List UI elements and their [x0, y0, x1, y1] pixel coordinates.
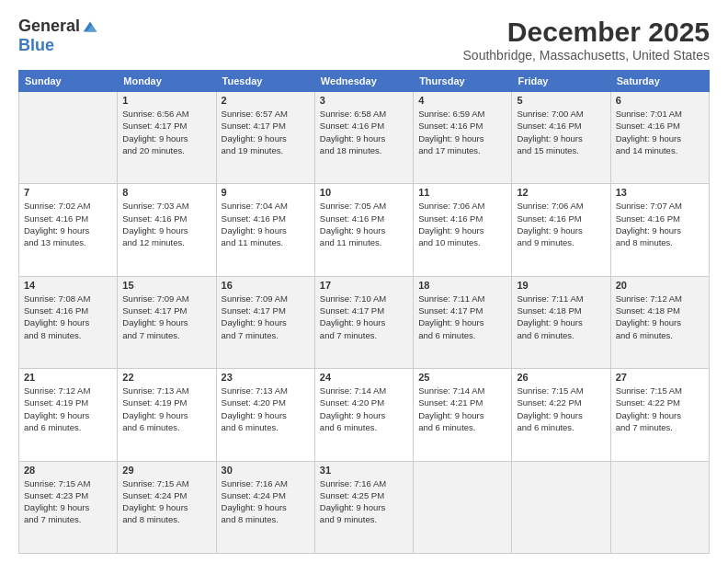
- day-number: 13: [616, 187, 704, 198]
- calendar-cell: 15Sunrise: 7:09 AM Sunset: 4:17 PM Dayli…: [118, 276, 216, 368]
- day-info: Sunrise: 7:15 AM Sunset: 4:22 PM Dayligh…: [517, 385, 605, 433]
- day-number: 11: [418, 187, 506, 198]
- calendar-cell: 30Sunrise: 7:16 AM Sunset: 4:24 PM Dayli…: [216, 461, 314, 553]
- calendar-cell: 17Sunrise: 7:10 AM Sunset: 4:17 PM Dayli…: [314, 276, 413, 368]
- calendar-cell: 11Sunrise: 7:06 AM Sunset: 4:16 PM Dayli…: [414, 184, 512, 276]
- calendar-cell: 27Sunrise: 7:15 AM Sunset: 4:22 PM Dayli…: [610, 369, 709, 461]
- day-info: Sunrise: 7:05 AM Sunset: 4:16 PM Dayligh…: [320, 200, 408, 248]
- day-number: 12: [517, 187, 605, 198]
- day-info: Sunrise: 7:15 AM Sunset: 4:23 PM Dayligh…: [24, 477, 112, 526]
- day-info: Sunrise: 7:02 AM Sunset: 4:16 PM Dayligh…: [24, 200, 112, 248]
- calendar-table: SundayMondayTuesdayWednesdayThursdayFrid…: [18, 70, 710, 554]
- day-info: Sunrise: 7:01 AM Sunset: 4:16 PM Dayligh…: [616, 108, 704, 156]
- logo-general: General: [18, 17, 80, 36]
- day-number: 24: [320, 372, 408, 383]
- calendar-cell: [414, 461, 512, 553]
- day-number: 16: [222, 280, 310, 291]
- calendar-week-row: 7Sunrise: 7:02 AM Sunset: 4:16 PM Daylig…: [19, 184, 710, 276]
- day-info: Sunrise: 7:10 AM Sunset: 4:17 PM Dayligh…: [320, 293, 408, 341]
- day-info: Sunrise: 7:13 AM Sunset: 4:19 PM Dayligh…: [122, 385, 210, 433]
- calendar-cell: 26Sunrise: 7:15 AM Sunset: 4:22 PM Dayli…: [512, 369, 610, 461]
- day-info: Sunrise: 7:11 AM Sunset: 4:18 PM Dayligh…: [517, 293, 605, 341]
- calendar-day-header: Sunday: [19, 71, 118, 92]
- day-number: 27: [616, 372, 704, 383]
- day-info: Sunrise: 6:58 AM Sunset: 4:16 PM Dayligh…: [320, 108, 408, 156]
- calendar-cell: 22Sunrise: 7:13 AM Sunset: 4:19 PM Dayli…: [118, 369, 216, 461]
- calendar-cell: 10Sunrise: 7:05 AM Sunset: 4:16 PM Dayli…: [314, 184, 413, 276]
- day-number: 30: [222, 465, 310, 476]
- day-info: Sunrise: 7:06 AM Sunset: 4:16 PM Dayligh…: [418, 200, 506, 248]
- calendar-cell: 16Sunrise: 7:09 AM Sunset: 4:17 PM Dayli…: [216, 276, 314, 368]
- day-info: Sunrise: 6:57 AM Sunset: 4:17 PM Dayligh…: [222, 108, 310, 156]
- day-number: 17: [320, 280, 408, 291]
- calendar-header-row: SundayMondayTuesdayWednesdayThursdayFrid…: [19, 71, 710, 92]
- calendar-cell: 20Sunrise: 7:12 AM Sunset: 4:18 PM Dayli…: [610, 276, 709, 368]
- calendar-week-row: 14Sunrise: 7:08 AM Sunset: 4:16 PM Dayli…: [19, 276, 710, 368]
- calendar-week-row: 28Sunrise: 7:15 AM Sunset: 4:23 PM Dayli…: [19, 461, 710, 553]
- day-info: Sunrise: 7:09 AM Sunset: 4:17 PM Dayligh…: [222, 293, 310, 341]
- day-number: 25: [418, 372, 506, 383]
- day-number: 31: [320, 465, 408, 476]
- day-info: Sunrise: 7:15 AM Sunset: 4:24 PM Dayligh…: [122, 477, 210, 526]
- logo-icon: [82, 18, 98, 35]
- calendar-cell: 6Sunrise: 7:01 AM Sunset: 4:16 PM Daylig…: [610, 92, 709, 184]
- day-number: 5: [517, 95, 605, 106]
- calendar-cell: 3Sunrise: 6:58 AM Sunset: 4:16 PM Daylig…: [314, 92, 413, 184]
- calendar-cell: 2Sunrise: 6:57 AM Sunset: 4:17 PM Daylig…: [216, 92, 314, 184]
- day-info: Sunrise: 7:16 AM Sunset: 4:24 PM Dayligh…: [222, 477, 310, 526]
- calendar-cell: 24Sunrise: 7:14 AM Sunset: 4:20 PM Dayli…: [314, 369, 413, 461]
- calendar-cell: 19Sunrise: 7:11 AM Sunset: 4:18 PM Dayli…: [512, 276, 610, 368]
- calendar-day-header: Saturday: [610, 71, 709, 92]
- day-info: Sunrise: 6:56 AM Sunset: 4:17 PM Dayligh…: [122, 108, 210, 156]
- day-number: 7: [24, 187, 112, 198]
- calendar-cell: 12Sunrise: 7:06 AM Sunset: 4:16 PM Dayli…: [512, 184, 610, 276]
- calendar-day-header: Friday: [512, 71, 610, 92]
- calendar-cell: 25Sunrise: 7:14 AM Sunset: 4:21 PM Dayli…: [414, 369, 512, 461]
- calendar-week-row: 1Sunrise: 6:56 AM Sunset: 4:17 PM Daylig…: [19, 92, 710, 184]
- header: General Blue December 2025 Southbridge, …: [18, 17, 710, 63]
- calendar-cell: 31Sunrise: 7:16 AM Sunset: 4:25 PM Dayli…: [314, 461, 413, 553]
- day-info: Sunrise: 7:15 AM Sunset: 4:22 PM Dayligh…: [616, 385, 704, 433]
- logo: General Blue: [18, 17, 98, 55]
- page: General Blue December 2025 Southbridge, …: [0, 0, 728, 563]
- calendar-cell: [19, 92, 118, 184]
- day-info: Sunrise: 6:59 AM Sunset: 4:16 PM Dayligh…: [418, 108, 506, 156]
- day-info: Sunrise: 7:16 AM Sunset: 4:25 PM Dayligh…: [320, 477, 408, 526]
- calendar-cell: 18Sunrise: 7:11 AM Sunset: 4:17 PM Dayli…: [414, 276, 512, 368]
- month-title: December 2025: [463, 17, 710, 48]
- day-number: 8: [122, 187, 210, 198]
- day-number: 19: [517, 280, 605, 291]
- calendar-day-header: Wednesday: [314, 71, 413, 92]
- day-info: Sunrise: 7:08 AM Sunset: 4:16 PM Dayligh…: [24, 293, 112, 341]
- day-info: Sunrise: 7:12 AM Sunset: 4:18 PM Dayligh…: [616, 293, 704, 341]
- day-info: Sunrise: 7:00 AM Sunset: 4:16 PM Dayligh…: [517, 108, 605, 156]
- calendar-cell: 8Sunrise: 7:03 AM Sunset: 4:16 PM Daylig…: [118, 184, 216, 276]
- calendar-cell: 5Sunrise: 7:00 AM Sunset: 4:16 PM Daylig…: [512, 92, 610, 184]
- calendar-cell: 13Sunrise: 7:07 AM Sunset: 4:16 PM Dayli…: [610, 184, 709, 276]
- day-info: Sunrise: 7:14 AM Sunset: 4:21 PM Dayligh…: [418, 385, 506, 433]
- day-info: Sunrise: 7:04 AM Sunset: 4:16 PM Dayligh…: [222, 200, 310, 248]
- calendar-cell: [610, 461, 709, 553]
- calendar-cell: 14Sunrise: 7:08 AM Sunset: 4:16 PM Dayli…: [19, 276, 118, 368]
- calendar-cell: 23Sunrise: 7:13 AM Sunset: 4:20 PM Dayli…: [216, 369, 314, 461]
- calendar-cell: 9Sunrise: 7:04 AM Sunset: 4:16 PM Daylig…: [216, 184, 314, 276]
- calendar-cell: 4Sunrise: 6:59 AM Sunset: 4:16 PM Daylig…: [414, 92, 512, 184]
- day-number: 4: [418, 95, 506, 106]
- day-number: 2: [222, 95, 310, 106]
- calendar-cell: 29Sunrise: 7:15 AM Sunset: 4:24 PM Dayli…: [118, 461, 216, 553]
- calendar-cell: 7Sunrise: 7:02 AM Sunset: 4:16 PM Daylig…: [19, 184, 118, 276]
- calendar-week-row: 21Sunrise: 7:12 AM Sunset: 4:19 PM Dayli…: [19, 369, 710, 461]
- calendar-cell: 21Sunrise: 7:12 AM Sunset: 4:19 PM Dayli…: [19, 369, 118, 461]
- day-info: Sunrise: 7:09 AM Sunset: 4:17 PM Dayligh…: [122, 293, 210, 341]
- day-number: 1: [122, 95, 210, 106]
- day-number: 3: [320, 95, 408, 106]
- day-number: 23: [222, 372, 310, 383]
- calendar-day-header: Monday: [118, 71, 216, 92]
- day-info: Sunrise: 7:06 AM Sunset: 4:16 PM Dayligh…: [517, 200, 605, 248]
- day-info: Sunrise: 7:07 AM Sunset: 4:16 PM Dayligh…: [616, 200, 704, 248]
- calendar-day-header: Thursday: [414, 71, 512, 92]
- calendar-cell: 28Sunrise: 7:15 AM Sunset: 4:23 PM Dayli…: [19, 461, 118, 553]
- day-number: 21: [24, 372, 112, 383]
- day-number: 6: [616, 95, 704, 106]
- title-block: December 2025 Southbridge, Massachusetts…: [463, 17, 710, 63]
